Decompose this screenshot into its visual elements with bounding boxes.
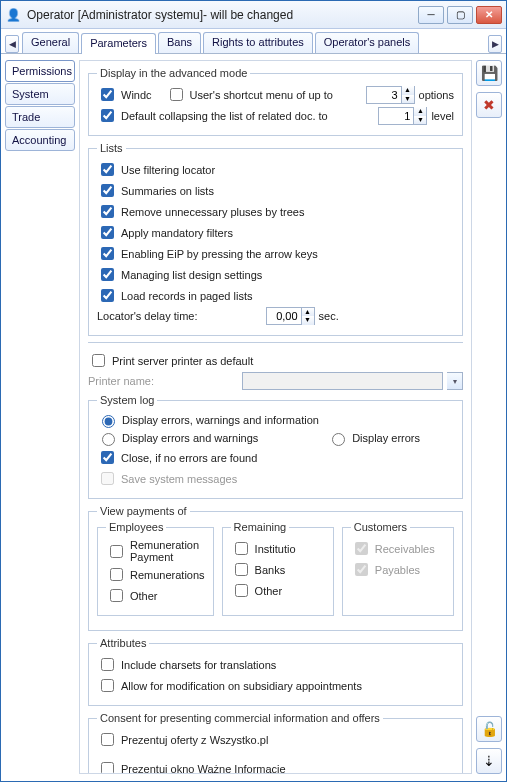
chk-rem-banks[interactable] [235,563,248,576]
lbl-level: level [431,110,454,122]
lbl-close-none: Close, if no errors are found [121,452,257,464]
floppy-icon: 💾 [481,65,498,81]
spin-collapse-level[interactable]: ▲▼ [378,107,427,125]
spin-shortcut-options[interactable]: ▲▼ [366,86,415,104]
permissions-panel: Display in the advanced mode Windc User'… [79,60,472,774]
spin-up-icon[interactable]: ▲ [302,308,314,317]
lbl-emp-remunerations: Remunerations [130,569,205,581]
spin-delay[interactable]: ▲▼ [266,307,315,325]
chk-mandatory-filters[interactable] [101,226,114,239]
unlock-button[interactable]: 🔓 [476,716,502,742]
cancel-button[interactable]: ✖ [476,92,502,118]
tab-operator-panels[interactable]: Operator's panels [315,32,419,53]
tab-parameters[interactable]: Parameters [81,33,156,54]
lbl-default-collapse: Default collapsing the list of related d… [121,110,328,122]
lbl-subsidiary: Allow for modification on subsidiary app… [121,680,362,692]
lbl-summaries: Summaries on lists [121,185,214,197]
spin-delay-input[interactable] [267,310,301,322]
group-customers: Customers Receivables Payables [342,521,454,616]
chk-cust-receivables [355,542,368,555]
lbl-delay-unit: sec. [319,310,339,322]
lbl-rem-institutio: Institutio [255,543,296,555]
group-remaining: Remaining Institutio Banks Other [222,521,334,616]
move-down-button[interactable]: ⇣ [476,748,502,774]
tab-rights-attributes[interactable]: Rights to attributes [203,32,313,53]
lbl-options: options [419,89,454,101]
chk-close-none[interactable] [101,451,114,464]
lbl-windc: Windc [121,89,152,101]
lbl-rem-other: Other [255,585,283,597]
maximize-button[interactable]: ▢ [447,6,473,24]
chk-rem-institutio[interactable] [235,542,248,555]
lbl-log-e: Display errors [352,432,420,444]
chk-subsidiary[interactable] [101,679,114,692]
close-button[interactable]: ✕ [476,6,502,24]
chk-enable-eip[interactable] [101,247,114,260]
sidetab-trade[interactable]: Trade [5,106,75,128]
chk-managing-design[interactable] [101,268,114,281]
spin-down-icon[interactable]: ▼ [402,95,414,104]
rad-log-e[interactable] [332,433,345,446]
tab-general[interactable]: General [22,32,79,53]
group-lists: Lists Use filtering locator Summaries on… [88,142,463,336]
lbl-use-filtering: Use filtering locator [121,164,215,176]
chk-emp-other[interactable] [110,589,123,602]
chk-save-msgs [101,472,114,485]
chk-remove-pluses[interactable] [101,205,114,218]
chk-cust-payables [355,563,368,576]
group-printer: Print server printer as default Printer … [88,342,463,394]
spin-shortcut-options-input[interactable] [367,89,401,101]
spin-down-icon[interactable]: ▼ [302,316,314,325]
lbl-wszystko: Prezentuj oferty z Wszystko.pl [121,734,268,746]
group-consent-legend: Consent for presenting commercial inform… [97,712,383,724]
chk-windc[interactable] [101,88,114,101]
rad-log-all[interactable] [102,415,115,428]
group-syslog: System log Display errors, warnings and … [88,394,463,499]
chk-default-collapse[interactable] [101,109,114,122]
title-bar: 👤 Operator [Administrator systemu]- will… [1,1,506,29]
lbl-cust-receivables: Receivables [375,543,435,555]
spin-collapse-level-input[interactable] [379,110,413,122]
chk-rem-other[interactable] [235,584,248,597]
lbl-load-paged: Load records in paged lists [121,290,252,302]
tab-bans[interactable]: Bans [158,32,201,53]
chk-emp-remun-payment[interactable] [110,545,123,558]
spin-down-icon[interactable]: ▼ [414,116,426,125]
lbl-save-msgs: Save system messages [121,473,237,485]
group-customers-legend: Customers [351,521,410,533]
input-printer-name [242,372,443,390]
group-remaining-legend: Remaining [231,521,290,533]
arrow-down-icon: ⇣ [483,753,495,769]
chk-summaries[interactable] [101,184,114,197]
group-display-mode-legend: Display in the advanced mode [97,67,250,79]
rad-log-ew[interactable] [102,433,115,446]
group-employees: Employees Remuneration Payment Remunerat… [97,521,214,616]
chk-emp-remunerations[interactable] [110,568,123,581]
tabstrip-scroll-left[interactable]: ◀ [5,35,19,53]
printer-dropdown-button: ▾ [447,372,463,390]
group-attributes: Attributes Include charsets for translat… [88,637,463,706]
chk-shortcut-menu[interactable] [170,88,183,101]
window-title: Operator [Administrator systemu]- will b… [27,8,418,22]
spin-up-icon[interactable]: ▲ [414,107,426,116]
chk-wszystko[interactable] [101,733,114,746]
chk-wazne[interactable] [101,762,114,774]
chk-charsets[interactable] [101,658,114,671]
sidetab-accounting[interactable]: Accounting [5,129,75,151]
tabstrip-scroll-right[interactable]: ▶ [488,35,502,53]
sidetab-permissions[interactable]: Permissions [5,60,75,82]
chk-load-paged[interactable] [101,289,114,302]
group-lists-legend: Lists [97,142,126,154]
spin-up-icon[interactable]: ▲ [402,86,414,95]
chk-print-default[interactable] [92,354,105,367]
lbl-wazne: Prezentuj okno Ważne Informacje [121,763,286,775]
sidetab-system[interactable]: System [5,83,75,105]
save-button[interactable]: 💾 [476,60,502,86]
side-tabs: Permissions System Trade Accounting [1,54,79,780]
lbl-log-all: Display errors, warnings and information [122,414,319,426]
group-employees-legend: Employees [106,521,166,533]
right-toolbar: 💾 ✖ 🔓 ⇣ [472,54,506,780]
minimize-button[interactable]: ─ [418,6,444,24]
chk-use-filtering[interactable] [101,163,114,176]
close-icon: ✖ [483,97,495,113]
